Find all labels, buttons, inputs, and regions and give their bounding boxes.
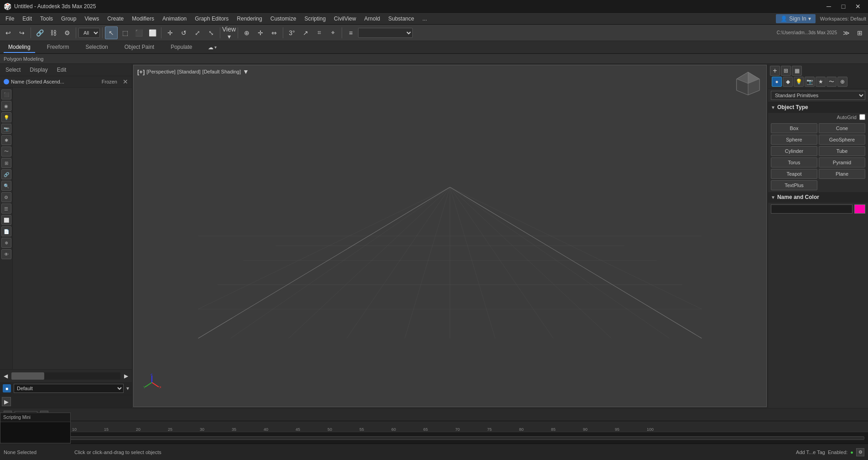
camera-icon[interactable]: 📷: [1, 124, 11, 134]
xref-icon[interactable]: 🔗: [1, 169, 11, 179]
teapot-button[interactable]: Teapot: [771, 169, 817, 179]
plane-button[interactable]: Plane: [819, 169, 865, 179]
rp-shape-icon[interactable]: ◆: [783, 77, 793, 87]
menu-scripting[interactable]: Scripting: [301, 14, 329, 23]
tab-populate[interactable]: Populate: [166, 42, 197, 53]
menu-views[interactable]: Views: [81, 14, 103, 23]
mirror-button[interactable]: ⇔: [268, 26, 281, 39]
menu-more[interactable]: ...: [419, 14, 431, 23]
scene-play-button[interactable]: ▶: [2, 397, 11, 406]
transform-center-button[interactable]: ✛: [254, 26, 267, 39]
layer-manager-dropdown[interactable]: [358, 28, 413, 38]
pyramid-button[interactable]: Pyramid: [819, 157, 865, 167]
menu-edit[interactable]: Edit: [19, 14, 36, 23]
select-center-button[interactable]: ⊕: [240, 26, 253, 39]
menu-substance[interactable]: Substance: [385, 14, 418, 23]
timeline-slider[interactable]: [0, 432, 868, 444]
page-icon[interactable]: 📄: [1, 226, 11, 236]
rp-camera2-icon[interactable]: 📷: [805, 77, 815, 87]
redo-button[interactable]: ↪: [16, 26, 28, 39]
light-icon[interactable]: 💡: [1, 112, 11, 122]
asset-icon[interactable]: 🔍: [1, 181, 11, 191]
lp-tab-edit[interactable]: Edit: [55, 66, 68, 74]
scale2-button[interactable]: ⤡: [205, 26, 218, 39]
maximize-button[interactable]: □: [837, 1, 850, 11]
rp-create-icon[interactable]: ●: [772, 77, 782, 87]
rp-modifier-icon[interactable]: ⊞: [781, 66, 791, 76]
cone-button[interactable]: Cone: [819, 123, 865, 133]
default-layer-dropdown[interactable]: Default: [14, 384, 124, 393]
bind-button[interactable]: ⚙: [61, 26, 73, 39]
square-icon[interactable]: ⬜: [1, 215, 11, 225]
menu-file[interactable]: File: [2, 14, 18, 23]
menu-animation[interactable]: Animation: [159, 14, 190, 23]
material-icon[interactable]: ◉: [1, 101, 11, 111]
snap-button[interactable]: ⌗: [313, 26, 326, 39]
filter-dropdown[interactable]: All: [78, 28, 100, 38]
geosphere-button[interactable]: GeoSphere: [819, 135, 865, 145]
scroll-right-button[interactable]: ▶: [122, 373, 130, 379]
select-button[interactable]: ↖: [105, 26, 118, 39]
object-name-input[interactable]: [771, 204, 852, 214]
rotate-button[interactable]: ↺: [177, 26, 190, 39]
primitives-dropdown[interactable]: Standard Primitives: [771, 91, 865, 100]
tube-button[interactable]: Tube: [819, 146, 865, 156]
menu-customize[interactable]: Customize: [267, 14, 300, 23]
sign-in-button[interactable]: 👤 Sign In ▾: [776, 14, 815, 23]
rp-add-button[interactable]: +: [770, 66, 780, 76]
list-icon[interactable]: ☰: [1, 204, 11, 214]
tab-selection[interactable]: Selection: [81, 42, 112, 53]
menu-tools[interactable]: Tools: [36, 14, 57, 23]
menu-rendering[interactable]: Rendering: [233, 14, 265, 23]
textplus-button[interactable]: TextPlus: [771, 180, 817, 190]
view-dropdown-button[interactable]: View ▾: [223, 26, 235, 39]
scale-button[interactable]: ⤢: [191, 26, 204, 39]
close-button[interactable]: ✕: [852, 1, 864, 11]
scroll-left-button[interactable]: ◀: [2, 373, 10, 379]
close-filter-button[interactable]: ✕: [123, 78, 128, 85]
menu-create[interactable]: Create: [104, 14, 127, 23]
workspace-button[interactable]: ⊞: [853, 26, 866, 39]
menu-group[interactable]: Group: [57, 14, 80, 23]
menu-graph-editors[interactable]: Graph Editors: [191, 14, 232, 23]
align2-button[interactable]: ↗: [299, 26, 312, 39]
rp-hierarchy-icon[interactable]: ▦: [792, 66, 802, 76]
spline-icon[interactable]: 〜: [1, 146, 11, 157]
align-button[interactable]: 3°: [286, 26, 298, 39]
layer-color-swatch[interactable]: ■: [3, 384, 11, 392]
layer-button[interactable]: ≡: [344, 26, 357, 39]
viewport[interactable]: [+] [Perspective] [Standard] [Default Sh…: [133, 65, 767, 407]
layer-icon[interactable]: ⬛: [1, 89, 11, 99]
tab-freeform[interactable]: Freeform: [42, 42, 74, 53]
rp-helper2-icon[interactable]: ★: [816, 77, 826, 87]
helper-icon[interactable]: ✱: [1, 135, 11, 145]
sphere-button[interactable]: Sphere: [771, 135, 817, 145]
scene-scrollbar[interactable]: [11, 372, 120, 380]
unlink-button[interactable]: ⛓: [47, 26, 60, 39]
layer-expand-button[interactable]: ▾: [126, 385, 129, 392]
group-icon[interactable]: ⊞: [1, 158, 11, 168]
menu-civilview[interactable]: CivilView: [330, 14, 359, 23]
select-region-button[interactable]: ⬚: [119, 26, 131, 39]
more-options-button[interactable]: ≫: [840, 26, 852, 39]
snap2-button[interactable]: ⌖: [327, 26, 339, 39]
tab-modeling[interactable]: Modeling: [4, 42, 35, 53]
rp-spacewarp-icon[interactable]: 〜: [826, 77, 837, 87]
undo-button[interactable]: ↩: [2, 26, 15, 39]
name-color-header[interactable]: ▼ Name and Color: [768, 192, 868, 203]
enabled-settings-button[interactable]: ⚙: [856, 448, 864, 456]
select-region-3-button[interactable]: ⬜: [146, 26, 159, 39]
link-button[interactable]: 🔗: [33, 26, 46, 39]
eye-icon[interactable]: 👁: [1, 249, 11, 259]
lp-tab-select[interactable]: Select: [4, 66, 22, 74]
menu-modifiers[interactable]: Modifiers: [128, 14, 158, 23]
lp-tab-display[interactable]: Display: [28, 66, 49, 74]
rp-system-icon[interactable]: ⊕: [837, 77, 847, 87]
snowflake-icon[interactable]: ❄: [1, 238, 11, 248]
cylinder-button[interactable]: Cylinder: [771, 146, 817, 156]
color-swatch[interactable]: [854, 204, 865, 214]
object-type-header[interactable]: ▼ Object Type: [768, 102, 868, 113]
autogrid-checkbox[interactable]: [859, 114, 865, 120]
timeline-track[interactable]: [4, 436, 864, 440]
select-region-2-button[interactable]: ⬛: [132, 26, 145, 39]
